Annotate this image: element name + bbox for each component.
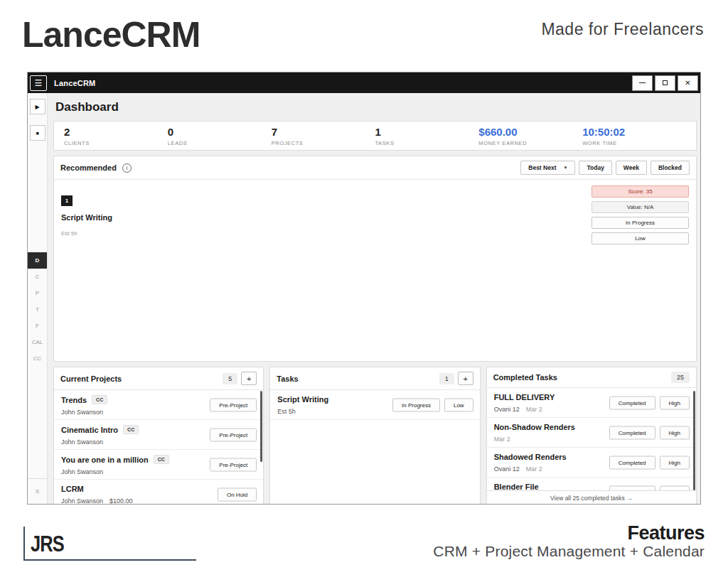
- info-icon[interactable]: i: [122, 163, 132, 173]
- completed-task-project: Ovani 12: [494, 465, 520, 473]
- task-score-badge: Score: 35: [592, 185, 689, 198]
- sidebar-item-cc[interactable]: CC: [28, 350, 47, 367]
- completed-status-button[interactable]: Completed: [609, 426, 655, 439]
- sidebar-item-projects[interactable]: P: [28, 285, 47, 301]
- project-row[interactable]: Cinematic Intro CC John Swanson Pre-Proj…: [54, 420, 263, 450]
- recommended-header: Recommended i Best Next ▼ Today Week Blo…: [54, 156, 696, 180]
- task-priority-button[interactable]: Low: [444, 398, 473, 411]
- page: LanceCRM Made for Freelancers ☰ LanceCRM…: [0, 0, 728, 582]
- stat-value: 1: [375, 126, 478, 139]
- scrollbar[interactable]: [260, 391, 262, 462]
- filter-blocked-button[interactable]: Blocked: [651, 161, 690, 175]
- sidebar-item-clients[interactable]: C: [28, 269, 47, 285]
- completed-task-date: Mar 2: [494, 436, 510, 443]
- filter-week-button[interactable]: Week: [616, 161, 647, 175]
- features-title: Features: [433, 524, 705, 543]
- completed-tasks-title: Completed Tasks: [493, 373, 557, 382]
- bottom-panels: Current Projects 5 + Trends CC: [53, 367, 697, 504]
- project-status-button[interactable]: Pre-Project: [210, 398, 257, 411]
- maximize-icon: [663, 80, 668, 85]
- chevron-down-icon: ▼: [564, 166, 568, 170]
- completed-tasks-header: Completed Tasks 25: [487, 367, 696, 388]
- completed-status-button[interactable]: Completed: [609, 396, 655, 409]
- sidebar-nav: D C P T F CAL CC: [28, 252, 47, 367]
- completed-task-project: Ovani 12: [494, 406, 520, 413]
- timer-play-button[interactable]: ▶: [30, 99, 46, 114]
- add-project-button[interactable]: +: [241, 372, 257, 385]
- main-content: Dashboard 2 CLIENTS 0 LEADS 7 PROJECTS: [48, 93, 700, 504]
- brand-logo: LanceCRM: [22, 14, 200, 55]
- current-projects-panel: Current Projects 5 + Trends CC: [53, 367, 264, 504]
- stat-label: TASKS: [375, 140, 478, 146]
- project-client: John Swanson: [61, 497, 103, 504]
- completed-count-badge: 25: [671, 372, 690, 383]
- project-name: You are one in a million: [61, 456, 149, 464]
- recommended-title: Recommended: [60, 163, 117, 172]
- sidebar-item-settings[interactable]: S: [28, 478, 47, 504]
- hamburger-menu-button[interactable]: ☰: [30, 75, 47, 91]
- sidebar-item-calendar[interactable]: CAL: [28, 334, 47, 350]
- task-row[interactable]: Script Writing Est 5h In Progress Low: [270, 390, 479, 420]
- completed-task-row[interactable]: FULL DELIVERY Ovani 12 Mar 2 Completed H…: [487, 388, 696, 418]
- completed-priority-button[interactable]: High: [660, 426, 690, 439]
- tagline: Made for Freelancers: [541, 20, 704, 39]
- add-task-button[interactable]: +: [458, 372, 473, 385]
- project-client: John Swanson: [61, 409, 103, 416]
- sidebar-item-finances[interactable]: F: [28, 318, 47, 334]
- tasks-count-badge: 1: [439, 373, 454, 384]
- minimize-icon: [639, 82, 646, 83]
- completed-task-date: Mar 2: [526, 406, 542, 413]
- hamburger-icon: ☰: [35, 78, 43, 88]
- close-button[interactable]: ✕: [678, 75, 698, 91]
- completed-priority-button[interactable]: High: [660, 456, 690, 469]
- scrollbar[interactable]: [693, 391, 695, 490]
- projects-count-badge: 5: [223, 373, 237, 384]
- task-status-button[interactable]: In Progress: [392, 398, 440, 411]
- sidebar: ▶ ■ D C P T F CAL CC S: [28, 93, 48, 504]
- stat-leads: 0 LEADS: [168, 126, 272, 146]
- tasks-title: Tasks: [277, 374, 298, 383]
- cc-badge: CC: [92, 395, 107, 404]
- tasks-header: Tasks 1 +: [270, 367, 479, 390]
- stat-label: MONEY EARNED: [478, 140, 582, 146]
- stat-money-earned: $660.00 MONEY EARNED: [478, 126, 582, 146]
- tasks-panel: Tasks 1 + Script Writing Est 5h: [269, 367, 480, 504]
- current-projects-header: Current Projects 5 +: [54, 367, 263, 390]
- sidebar-item-tasks[interactable]: T: [28, 301, 47, 318]
- stat-label: PROJECTS: [272, 140, 375, 146]
- project-status-button[interactable]: On Hold: [218, 487, 257, 501]
- task-name: Script Writing: [277, 395, 328, 404]
- task-priority-button[interactable]: Low: [592, 232, 689, 244]
- close-icon: ✕: [685, 80, 690, 87]
- completed-task-date: Mar 2: [526, 465, 542, 473]
- project-row[interactable]: LCRM John Swanson $100.00 On Hold: [54, 480, 263, 504]
- maximize-button[interactable]: [655, 75, 675, 91]
- sidebar-item-dashboard[interactable]: D: [28, 252, 47, 269]
- filter-today-button[interactable]: Today: [579, 161, 611, 175]
- view-all-completed-link[interactable]: View all 25 completed tasks →: [487, 490, 696, 504]
- completed-task-row[interactable]: Shadowed Renders Ovani 12 Mar 2 Complete…: [487, 448, 696, 478]
- stat-tasks: 1 TASKS: [375, 126, 478, 146]
- project-row[interactable]: You are one in a million CC John Swanson…: [54, 450, 263, 480]
- task-status-button[interactable]: In Progress: [592, 217, 689, 229]
- completed-priority-button[interactable]: High: [660, 396, 690, 409]
- project-status-button[interactable]: Pre-Project: [210, 458, 257, 471]
- task-attributes: Score: 35 Value: N/A In Progress Low: [592, 185, 689, 244]
- project-row[interactable]: Trends CC John Swanson Pre-Project: [54, 390, 263, 420]
- play-icon: ▶: [35, 104, 39, 110]
- stat-value: 0: [168, 126, 272, 139]
- completed-task-row[interactable]: Non-Shadow Renders Mar 2 Completed High: [487, 418, 696, 448]
- stop-icon: ■: [36, 131, 38, 136]
- project-status-button[interactable]: Pre-Project: [210, 428, 257, 441]
- recommended-task-card[interactable]: 1 Script Writing Est 5h Score: 35 Value:…: [54, 180, 696, 365]
- window-controls: ✕: [632, 75, 698, 91]
- titlebar: ☰ LanceCRM ✕: [28, 72, 700, 93]
- stat-label: CLIENTS: [64, 140, 168, 146]
- minimize-button[interactable]: [632, 75, 653, 91]
- recommended-panel: Recommended i Best Next ▼ Today Week Blo…: [53, 156, 697, 362]
- completed-status-button[interactable]: Completed: [609, 456, 655, 469]
- current-projects-title: Current Projects: [60, 374, 122, 383]
- sort-dropdown[interactable]: Best Next ▼: [520, 161, 575, 175]
- timer-stop-button[interactable]: ■: [30, 125, 46, 141]
- task-value-badge: Value: N/A: [592, 201, 689, 213]
